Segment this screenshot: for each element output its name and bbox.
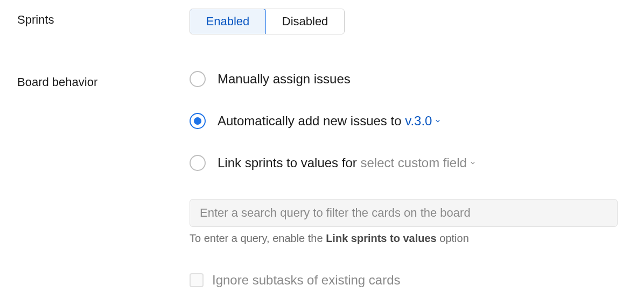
sprints-disabled-button[interactable]: Disabled xyxy=(265,9,345,34)
radio-link-prefix: Link sprints to values for xyxy=(218,155,360,170)
link-field-value: select custom field xyxy=(360,155,466,170)
chevron-down-icon xyxy=(470,160,475,166)
ignore-subtasks-checkbox[interactable]: Ignore subtasks of existing cards xyxy=(190,273,627,288)
auto-sprint-dropdown[interactable]: v.3.0 xyxy=(405,113,440,129)
radio-link-label: Link sprints to values for select custom… xyxy=(218,155,475,170)
chevron-down-icon xyxy=(435,118,440,124)
link-field-dropdown[interactable]: select custom field xyxy=(360,155,475,170)
radio-icon xyxy=(190,71,206,87)
radio-auto-prefix: Automatically add new issues to xyxy=(218,113,405,128)
radio-manual-label: Manually assign issues xyxy=(218,72,351,87)
hint-suffix: option xyxy=(437,232,469,244)
ignore-subtasks-label: Ignore subtasks of existing cards xyxy=(212,273,401,288)
sprints-label: Sprints xyxy=(17,9,190,27)
radio-link[interactable]: Link sprints to values for select custom… xyxy=(190,155,627,171)
sprints-enabled-button[interactable]: Enabled xyxy=(190,9,266,34)
hint-prefix: To enter a query, enable the xyxy=(190,232,326,244)
board-behavior-label: Board behavior xyxy=(17,71,190,89)
radio-icon xyxy=(190,113,206,129)
radio-auto[interactable]: Automatically add new issues to v.3.0 xyxy=(190,113,627,129)
hint-bold: Link sprints to values xyxy=(326,232,437,244)
sprints-toggle: Enabled Disabled xyxy=(190,9,345,34)
search-query-input[interactable] xyxy=(190,199,618,227)
auto-sprint-value: v.3.0 xyxy=(405,113,432,129)
board-behavior-radios: Manually assign issues Automatically add… xyxy=(190,71,627,171)
search-hint: To enter a query, enable the Link sprint… xyxy=(190,232,627,245)
radio-manual[interactable]: Manually assign issues xyxy=(190,71,627,87)
radio-icon xyxy=(190,155,206,171)
radio-auto-label: Automatically add new issues to v.3.0 xyxy=(218,113,440,129)
checkbox-icon xyxy=(190,273,204,287)
